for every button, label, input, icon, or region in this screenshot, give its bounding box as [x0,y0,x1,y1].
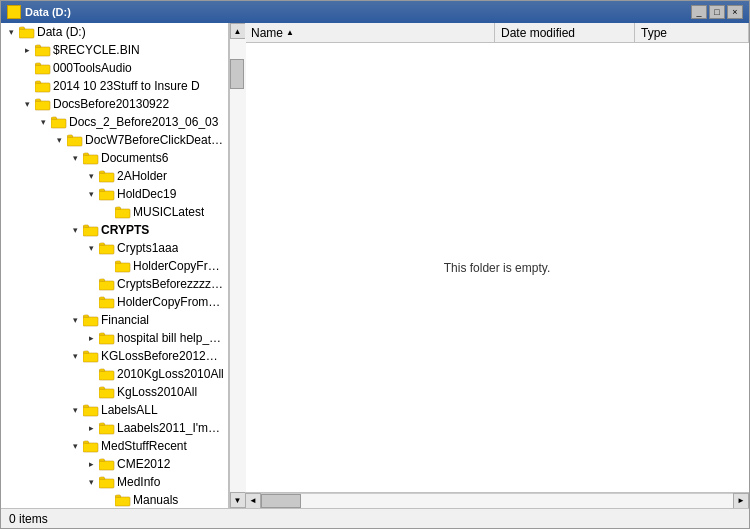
tree-item-label: Documents6 [101,151,168,165]
expand-icon[interactable] [19,60,35,76]
vscroll-down-button[interactable]: ▼ [230,492,246,508]
tree-item-label: KGLossBefore20120704 [101,349,224,363]
hscrollbar[interactable]: ◄ ► [245,492,749,508]
tree-item[interactable]: ▾ Financial [1,311,228,329]
expand-icon[interactable] [99,258,115,274]
svg-rect-7 [83,155,98,164]
expand-icon[interactable] [99,492,115,508]
expand-icon[interactable]: ▾ [67,222,83,238]
close-button[interactable]: × [727,5,743,19]
expand-icon[interactable]: ▾ [83,474,99,490]
titlebar-title: Data (D:) [25,6,71,18]
col-header-name[interactable]: Name ▲ [245,23,495,42]
tree-item[interactable]: 2010KgLoss2010All [1,365,228,383]
expand-icon[interactable]: ▾ [67,438,83,454]
tree-item[interactable]: ▾ LabelsALL [1,401,228,419]
tree-item[interactable]: ▾ MedStuffRecent [1,437,228,455]
tree-item-label: Financial [101,313,149,327]
folder-icon [99,457,115,471]
tree-item[interactable]: ▾ CRYPTS [1,221,228,239]
folder-icon [115,259,131,273]
tree-item[interactable]: HolderCopyFromDexktopJun3 [1,293,228,311]
tree-panel[interactable]: ▾ Data (D:)▸ $RECYCLE.BIN 000ToolsAudio … [1,23,229,508]
tree-item-label: MedInfo [117,475,160,489]
svg-rect-11 [83,227,98,236]
folder-icon [99,187,115,201]
col-name-label: Name [251,26,283,40]
expand-icon[interactable]: ▾ [67,402,83,418]
right-panel: Name ▲ Date modified Type This folder is… [245,23,749,508]
minimize-button[interactable]: _ [691,5,707,19]
tree-item[interactable]: ▾ DocW7BeforeClickDeath_ [1,131,228,149]
expand-icon[interactable]: ▾ [83,186,99,202]
tree-item[interactable]: ▾ Crypts1aaa [1,239,228,257]
vscroll-track[interactable] [230,39,246,492]
vscroll-thumb[interactable] [230,59,244,89]
tree-item[interactable]: ▾ DocsBefore20130922 [1,95,228,113]
hscroll-thumb[interactable] [261,494,301,508]
tree-item-label: Manuals [133,493,178,507]
svg-rect-24 [99,461,114,470]
tree-item[interactable]: CryptsBeforezzzzzzzzzz20120 [1,275,228,293]
svg-rect-13 [115,263,130,272]
folder-icon [83,439,99,453]
tree-item[interactable]: HolderCopyFromDexktopJun3 [1,257,228,275]
hscroll-right-button[interactable]: ► [733,493,749,509]
tree-item-label: Data (D:) [37,25,86,39]
folder-icon [83,403,99,417]
expand-icon[interactable] [83,276,99,292]
expand-icon[interactable]: ▾ [67,150,83,166]
tree-item[interactable]: ▸ CME2012 [1,455,228,473]
expand-icon[interactable]: ▾ [51,132,67,148]
expand-icon[interactable]: ▾ [67,312,83,328]
col-header-date[interactable]: Date modified [495,23,635,42]
tree-item[interactable]: ▸ Laabels2011_I'mafraidto delet [1,419,228,437]
expand-icon[interactable]: ▾ [67,348,83,364]
expand-icon[interactable]: ▸ [83,330,99,346]
tree-item[interactable]: ▸ $RECYCLE.BIN [1,41,228,59]
expand-icon[interactable] [99,204,115,220]
tree-item[interactable]: ▾ KGLossBefore20120704 [1,347,228,365]
tree-item[interactable]: ▾ MedInfo [1,473,228,491]
tree-item-label: Laabels2011_I'mafraidto delet [117,421,224,435]
svg-rect-16 [83,317,98,326]
tree-vscrollbar[interactable]: ▲ ▼ [229,23,245,508]
tree-item[interactable]: ▾ Documents6 [1,149,228,167]
folder-icon [115,205,131,219]
file-area: This folder is empty. [245,43,749,492]
expand-icon[interactable]: ▸ [19,42,35,58]
tree-item[interactable]: MUSICLatest [1,203,228,221]
expand-icon[interactable] [83,294,99,310]
expand-icon[interactable]: ▾ [19,96,35,112]
hscroll-left-button[interactable]: ◄ [245,493,261,509]
expand-icon[interactable]: ▾ [83,168,99,184]
folder-icon [83,313,99,327]
tree-item[interactable]: ▾ HoldDec19 [1,185,228,203]
tree-item[interactable]: ▾ Data (D:) [1,23,228,41]
expand-icon[interactable] [83,366,99,382]
expand-icon[interactable]: ▾ [3,24,19,40]
folder-icon [99,385,115,399]
tree-item[interactable]: ▾ Docs_2_Before2013_06_03 [1,113,228,131]
folder-icon [83,223,99,237]
column-header: Name ▲ Date modified Type [245,23,749,43]
tree-item[interactable]: ▸ hospital bill help_files [1,329,228,347]
tree-item[interactable]: 2014 10 23Stuff to Insure D [1,77,228,95]
vscroll-up-button[interactable]: ▲ [230,23,246,39]
expand-icon[interactable]: ▸ [83,456,99,472]
expand-icon[interactable]: ▾ [35,114,51,130]
col-header-type[interactable]: Type [635,23,749,42]
tree-item-label: 2014 10 23Stuff to Insure D [53,79,200,93]
expand-icon[interactable] [83,384,99,400]
tree-item-label: DocW7BeforeClickDeath_ [85,133,224,147]
expand-icon[interactable] [19,78,35,94]
expand-icon[interactable]: ▸ [83,420,99,436]
tree-item[interactable]: 000ToolsAudio [1,59,228,77]
expand-icon[interactable]: ▾ [83,240,99,256]
tree-item[interactable]: ▾ 2AHolder [1,167,228,185]
folder-icon [115,493,131,507]
maximize-button[interactable]: □ [709,5,725,19]
tree-item[interactable]: Manuals [1,491,228,508]
tree-item[interactable]: KgLoss2010All [1,383,228,401]
hscroll-track[interactable] [261,493,733,509]
